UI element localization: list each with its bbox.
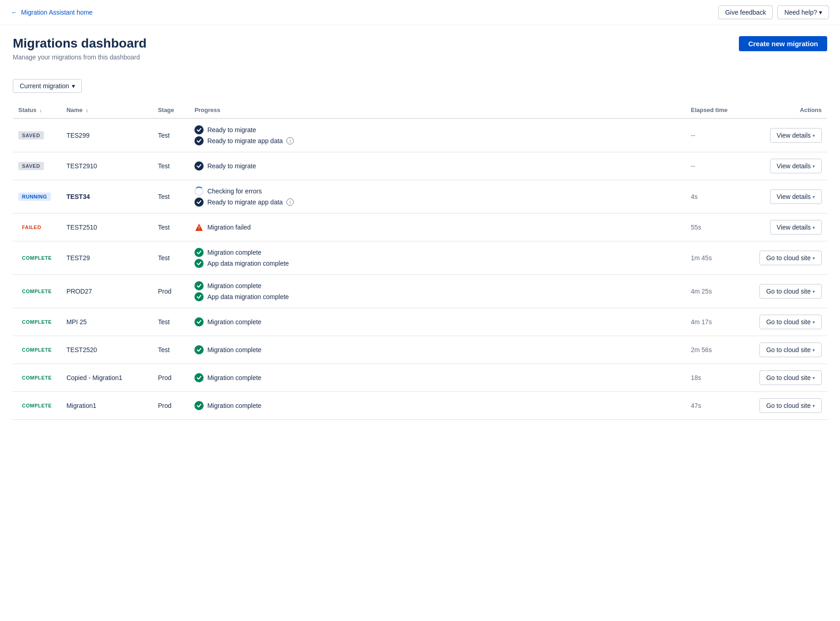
progress-text: Migration complete: [207, 282, 261, 289]
svg-text:!: !: [198, 225, 199, 230]
action-chevron-icon: ▾: [813, 375, 815, 380]
check-dark-icon: [194, 161, 204, 171]
give-feedback-button[interactable]: Give feedback: [718, 5, 773, 19]
action-button[interactable]: Go to cloud site▾: [759, 398, 822, 413]
filter-label: Current migration: [20, 82, 69, 90]
cell-status: FAILED: [13, 214, 61, 241]
action-button[interactable]: Go to cloud site▾: [759, 251, 822, 265]
cell-progress: Migration completeApp data migration com…: [189, 241, 685, 275]
cell-name: TEST34: [61, 180, 152, 214]
progress-text: Migration complete: [207, 318, 261, 326]
status-sort-icon[interactable]: ↓: [39, 107, 42, 113]
action-chevron-icon: ▾: [813, 320, 815, 325]
cell-stage: Test: [152, 241, 189, 275]
col-header-stage: Stage: [152, 102, 189, 118]
action-button[interactable]: View details▾: [770, 128, 822, 143]
action-chevron-icon: ▾: [813, 225, 815, 230]
progress-text: Ready to migrate app data: [207, 198, 283, 206]
page-subtitle: Manage your migrations from this dashboa…: [13, 54, 146, 61]
progress-item: App data migration complete: [194, 259, 680, 268]
check-dark-icon: [194, 136, 204, 145]
action-button-label: View details: [777, 162, 811, 170]
cell-actions: View details▾: [745, 214, 827, 241]
status-badge: COMPLETE: [18, 318, 55, 326]
need-help-button[interactable]: Need help? ▾: [777, 5, 829, 19]
status-badge: SAVED: [18, 162, 44, 170]
check-green-icon: [194, 281, 204, 290]
action-button[interactable]: Go to cloud site▾: [759, 370, 822, 385]
back-link[interactable]: ← Migration Assistant home: [11, 9, 92, 16]
table-row: FAILEDTEST2510Test!Migration failed55sVi…: [13, 214, 827, 241]
cell-progress: Migration complete: [189, 392, 685, 420]
create-migration-button[interactable]: Create new migration: [739, 36, 827, 51]
progress-text: Ready to migrate app data: [207, 137, 283, 145]
cell-elapsed: 4s: [685, 180, 745, 214]
cell-name: TEST2520: [61, 336, 152, 364]
back-link-label: Migration Assistant home: [21, 9, 92, 16]
table-header-row: Status ↓ Name ↕ Stage Progress Elapsed t…: [13, 102, 827, 118]
cell-name: TEST2510: [61, 214, 152, 241]
col-header-progress: Progress: [189, 102, 685, 118]
table-row: COMPLETEPROD27ProdMigration completeApp …: [13, 275, 827, 308]
action-button[interactable]: View details▾: [770, 220, 822, 235]
cell-progress: Ready to migrate: [189, 152, 685, 180]
cell-status: SAVED: [13, 152, 61, 180]
status-badge: FAILED: [18, 223, 45, 231]
status-badge: SAVED: [18, 131, 44, 139]
name-sort-icon[interactable]: ↕: [86, 107, 88, 113]
action-button[interactable]: View details▾: [770, 189, 822, 204]
table-row: SAVEDTEST2910TestReady to migrate--View …: [13, 152, 827, 180]
action-chevron-icon: ▾: [813, 194, 815, 199]
info-icon[interactable]: i: [286, 198, 294, 206]
table-row: COMPLETETEST29TestMigration completeApp …: [13, 241, 827, 275]
title-section: Migrations dashboard Manage your migrati…: [13, 36, 146, 70]
progress-text: Migration complete: [207, 249, 261, 256]
cell-progress: Migration complete: [189, 308, 685, 336]
page-title: Migrations dashboard: [13, 36, 146, 51]
progress-item: Migration complete: [194, 317, 680, 327]
progress-item: Migration complete: [194, 281, 680, 290]
check-green-icon: [194, 401, 204, 410]
page-header: Migrations dashboard Manage your migrati…: [13, 36, 827, 70]
cell-stage: Test: [152, 308, 189, 336]
cell-progress: Ready to migrateReady to migrate app dat…: [189, 118, 685, 152]
cell-elapsed: --: [685, 118, 745, 152]
progress-text: Migration complete: [207, 346, 261, 353]
cell-progress: Checking for errorsReady to migrate app …: [189, 180, 685, 214]
action-chevron-icon: ▾: [813, 403, 815, 408]
top-bar-actions: Give feedback Need help? ▾: [718, 5, 829, 19]
need-help-chevron-icon: ▾: [819, 9, 822, 16]
status-badge: COMPLETE: [18, 287, 55, 295]
cell-elapsed: 55s: [685, 214, 745, 241]
action-button[interactable]: Go to cloud site▾: [759, 284, 822, 299]
action-button[interactable]: View details▾: [770, 159, 822, 173]
progress-item: App data migration complete: [194, 292, 680, 301]
progress-item: !Migration failed: [194, 223, 680, 232]
progress-item: Migration complete: [194, 345, 680, 354]
check-green-icon: [194, 345, 204, 354]
progress-item: Ready to migrate app datai: [194, 198, 680, 207]
progress-text: Migration complete: [207, 374, 261, 381]
info-icon[interactable]: i: [286, 137, 294, 145]
action-button-label: View details: [777, 132, 811, 139]
cell-actions: Go to cloud site▾: [745, 364, 827, 392]
current-migration-filter[interactable]: Current migration ▾: [13, 79, 82, 93]
table-row: COMPLETECopied - Migration1ProdMigration…: [13, 364, 827, 392]
action-button[interactable]: Go to cloud site▾: [759, 343, 822, 357]
action-button-label: View details: [777, 193, 811, 200]
cell-elapsed: 1m 45s: [685, 241, 745, 275]
progress-text: Ready to migrate: [207, 126, 256, 134]
cell-stage: Prod: [152, 364, 189, 392]
cell-progress: Migration completeApp data migration com…: [189, 275, 685, 308]
cell-elapsed: 4m 17s: [685, 308, 745, 336]
cell-stage: Test: [152, 336, 189, 364]
col-header-actions: Actions: [745, 102, 827, 118]
cell-actions: Go to cloud site▾: [745, 392, 827, 420]
action-button-label: Go to cloud site: [766, 346, 811, 353]
progress-item: Checking for errors: [194, 187, 680, 196]
cell-name: TEST29: [61, 241, 152, 275]
cell-progress: Migration complete: [189, 364, 685, 392]
cell-name: MPI 25: [61, 308, 152, 336]
check-green-icon: [194, 317, 204, 327]
action-button[interactable]: Go to cloud site▾: [759, 315, 822, 329]
